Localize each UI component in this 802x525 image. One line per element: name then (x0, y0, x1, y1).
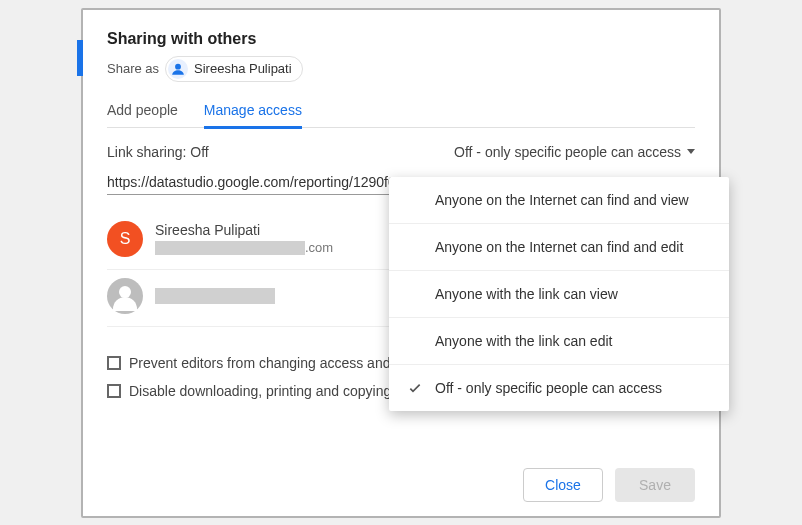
menu-item-label: Anyone on the Internet can find and view (435, 192, 689, 208)
user-chip-name: Sireesha Pulipati (194, 61, 292, 76)
person-info (155, 288, 275, 304)
user-chip[interactable]: Sireesha Pulipati (165, 56, 303, 82)
menu-item[interactable]: Anyone with the link can view (389, 271, 729, 318)
person-info: Sireesha Pulipati .com (155, 222, 333, 255)
menu-item[interactable]: Anyone on the Internet can find and edit (389, 224, 729, 271)
tab-add-people[interactable]: Add people (107, 102, 178, 127)
check-label: Prevent editors from changing access and… (129, 355, 402, 371)
menu-item-selected[interactable]: Off - only specific people can access (389, 365, 729, 411)
share-as-row: Share as Sireesha Pulipati (107, 56, 695, 82)
dialog-footer: Close Save (523, 468, 695, 502)
link-sharing-menu: Anyone on the Internet can find and view… (389, 177, 729, 411)
redacted-text (155, 288, 275, 304)
chevron-down-icon (687, 149, 695, 154)
dialog-title: Sharing with others (107, 30, 695, 48)
person-email: .com (155, 240, 333, 255)
tabs: Add people Manage access (107, 102, 695, 128)
share-as-label: Share as (107, 61, 159, 76)
checkbox-icon (107, 384, 121, 398)
menu-item-label: Anyone with the link can edit (435, 333, 612, 349)
accent-stripe (77, 40, 83, 76)
check-icon (407, 380, 423, 396)
menu-item-label: Off - only specific people can access (435, 380, 662, 396)
menu-item[interactable]: Anyone on the Internet can find and view (389, 177, 729, 224)
tab-manage-access[interactable]: Manage access (204, 102, 302, 129)
svg-point-0 (175, 63, 181, 69)
email-suffix: .com (305, 240, 333, 255)
redacted-text (155, 241, 305, 255)
menu-item-label: Anyone with the link can view (435, 286, 618, 302)
link-sharing-row: Link sharing: Off Off - only specific pe… (107, 128, 695, 160)
user-avatar-icon (168, 59, 188, 79)
link-sharing-selected: Off - only specific people can access (454, 144, 681, 160)
menu-item-label: Anyone on the Internet can find and edit (435, 239, 683, 255)
close-button[interactable]: Close (523, 468, 603, 502)
link-sharing-dropdown[interactable]: Off - only specific people can access (454, 144, 695, 160)
avatar (107, 278, 143, 314)
sharing-dialog: Sharing with others Share as Sireesha Pu… (81, 8, 721, 518)
menu-item[interactable]: Anyone with the link can edit (389, 318, 729, 365)
avatar: S (107, 221, 143, 257)
check-label: Disable downloading, printing and copyin… (129, 383, 407, 399)
link-sharing-label: Link sharing: Off (107, 144, 209, 160)
save-button: Save (615, 468, 695, 502)
person-name: Sireesha Pulipati (155, 222, 333, 238)
checkbox-icon (107, 356, 121, 370)
